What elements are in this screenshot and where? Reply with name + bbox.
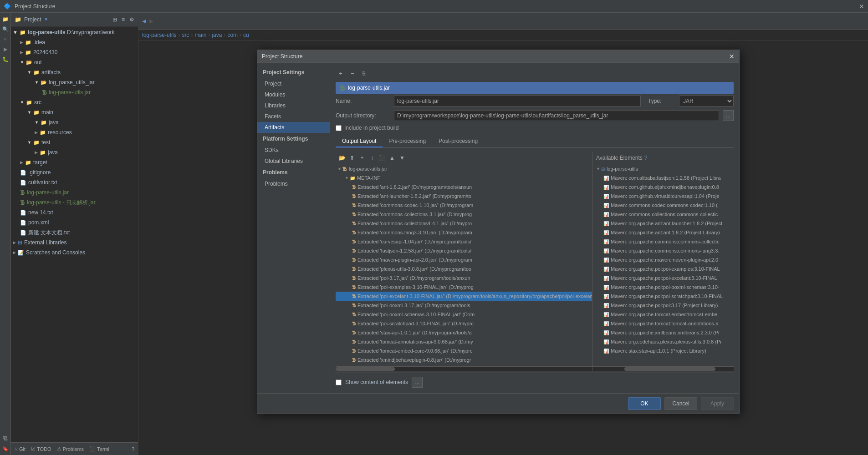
tab-output-layout[interactable]: Output Layout <box>336 136 383 147</box>
tree-item-new14[interactable]: 📄 new 14.txt <box>11 207 138 217</box>
art-item-plexus-utils[interactable]: 🗜 Extracted 'plexus-utils-3.0.8.jar/' (D… <box>336 264 592 273</box>
available-help-icon[interactable]: ? <box>644 155 648 161</box>
side-icon-git[interactable]: ⑂ <box>1 35 10 44</box>
browse-btn[interactable]: … <box>723 110 734 121</box>
av-item-xmindjbehaveplugin[interactable]: 📊 Maven: com.github.eljah:xmindjbehavepl… <box>592 182 734 192</box>
tree-item-external-libraries[interactable]: ▶ ⊞ External Libraries <box>11 238 138 248</box>
tree-item-resources[interactable]: ▶ 📁 resources <box>11 127 138 137</box>
art-item-poi-excelant[interactable]: 🗜 Extracted 'poi-excelant-3.10-FINAL.jar… <box>336 292 592 301</box>
art-item-ant[interactable]: 🗜 Extracted 'ant-1.8.2.jar/' (D:/myprogr… <box>336 182 592 192</box>
tree-item-cultivator[interactable]: 📄 cultivator.txt <box>11 177 138 187</box>
tab-postprocessing[interactable]: Post-processing <box>432 136 484 147</box>
art-item-fastjson[interactable]: 🗜 Extracted 'fastjson-1.2.58.jar/' (D:/m… <box>336 246 592 255</box>
show-content-label[interactable]: Show content of elements <box>345 379 408 385</box>
nav-item-problems[interactable]: Problems <box>257 178 330 189</box>
nav-item-facets[interactable]: Facets <box>257 111 330 122</box>
todo-btn[interactable]: ☑ TODO <box>31 446 51 452</box>
tab-preprocessing[interactable]: Pre-processing <box>383 136 432 147</box>
remove-artifact-btn[interactable]: − <box>347 68 357 78</box>
art-item-poi-scratchpad[interactable]: 🗜 Extracted 'poi-scratchpad-3.10-FINAL.j… <box>336 319 592 328</box>
tree-item-test-java[interactable]: ▶ 📁 java <box>11 147 138 157</box>
include-build-checkbox[interactable] <box>336 125 342 131</box>
tree-item-pom[interactable]: 📄 pom.xml <box>11 217 138 228</box>
pane-add-btn[interactable]: + <box>357 153 367 162</box>
add-artifact-btn[interactable]: + <box>336 68 346 78</box>
output-dir-input[interactable] <box>394 110 719 121</box>
tree-item-20240430[interactable]: ▶ 📁 20240430 <box>11 47 138 57</box>
tree-item-test[interactable]: ▼ 📁 test <box>11 137 138 147</box>
art-item-commons-collections31[interactable]: 🗜 Extracted 'commons-collections-3.1.jar… <box>336 210 592 219</box>
forward-btn[interactable]: ▶ <box>149 18 153 24</box>
tree-item-jar2[interactable]: 🗜 log-parse-utils.jar <box>11 187 138 197</box>
tree-item-main[interactable]: ▼ 📁 main <box>11 107 138 117</box>
artifact-item[interactable]: 🗜 log-parse-utils.jar <box>336 82 734 94</box>
pane-up-btn[interactable]: ⬆ <box>347 153 357 162</box>
breadcrumb-java[interactable]: java <box>212 32 222 38</box>
side-icon-project[interactable]: 📁 <box>1 15 10 24</box>
art-item-poi-ooxml317[interactable]: 🗜 Extracted 'poi-ooxml-3.17.jar/' (D:/my… <box>336 301 592 310</box>
av-item-commons-lang3[interactable]: 📊 Maven: org.apache.commons:commons-lang… <box>592 246 734 255</box>
side-icon-debug[interactable]: 🐛 <box>1 55 10 64</box>
art-item-xmindjbehaveplugin[interactable]: 🗜 Extracted 'xmindjbehaveplugin-0.8.jar/… <box>336 355 592 364</box>
pane-expand-btn[interactable]: ⬛ <box>378 153 387 162</box>
name-input[interactable] <box>394 96 641 106</box>
tree-item-newtxt[interactable]: 📄 新建 文本文档.txt <box>11 228 138 238</box>
pane-sort-btn[interactable]: ↕ <box>368 153 377 162</box>
av-item-tomcat-annotations[interactable]: 📊 Maven: org.apache.tomcat:tomcat-annota… <box>592 319 734 328</box>
breadcrumb-cu[interactable]: cu <box>243 32 249 38</box>
breadcrumb-root[interactable]: log-parse-utils <box>142 32 176 38</box>
art-item-poi317[interactable]: 🗜 Extracted 'poi-3.17.jar/' (D:/myprogra… <box>336 273 592 283</box>
git-btn[interactable]: ⑂ Git <box>15 446 26 452</box>
terminal-btn[interactable]: ⬛ Termi <box>89 446 109 452</box>
breadcrumb-src[interactable]: src <box>182 32 189 38</box>
ok-button[interactable]: OK <box>628 397 661 410</box>
apply-button[interactable]: Apply <box>701 397 734 410</box>
pane-folder-btn[interactable]: 📂 <box>337 153 347 162</box>
show-content-browse-btn[interactable]: ... <box>412 377 423 388</box>
av-item-stax[interactable]: 📊 Maven: stax:stax-api:1.0.1 (Project Li… <box>592 346 734 355</box>
tree-item-gitignore[interactable]: 📄 .gitignore <box>11 167 138 177</box>
pane-move-up-btn[interactable]: ▲ <box>388 153 397 162</box>
av-item-poi-examples[interactable]: 📊 Maven: org.apache.poi:poi-examples:3.1… <box>592 264 734 273</box>
art-item-stax-api[interactable]: 🗜 Extracted 'stax-api-1.0.1.jar/' (D:/my… <box>336 328 592 337</box>
type-select[interactable]: JAR <box>679 96 734 106</box>
nav-item-sdks[interactable]: SDKs <box>257 145 330 156</box>
av-item-ant[interactable]: 📊 Maven: org.apache.ant:ant:1.8.2 (Proje… <box>592 228 734 237</box>
av-item-xmlbeans[interactable]: 📊 Maven: org.apache.xmlbeans:xmlbeans:2.… <box>592 328 734 337</box>
av-item-ant-launcher[interactable]: 📊 Maven: org.apache.ant:ant-launcher:1.8… <box>592 219 734 228</box>
art-item-jar-root[interactable]: ▼ 🗜 log-parse-utils.jar <box>336 164 592 173</box>
art-item-commons-codec[interactable]: 🗜 Extracted 'commons-codec-1.10.jar/' (D… <box>336 201 592 210</box>
tree-item-idea[interactable]: ▶ 📁 .idea <box>11 37 138 47</box>
art-item-commons-collections41[interactable]: 🗜 Extracted 'commons-collections4-4.1.ja… <box>336 219 592 228</box>
project-header-icon3[interactable]: ⚙ <box>129 16 134 23</box>
tree-item-out[interactable]: ▼ 📂 out <box>11 57 138 67</box>
problems-btn[interactable]: ⚠ Problems <box>57 446 84 452</box>
include-build-label[interactable]: Include in project build <box>344 125 398 131</box>
help-btn[interactable]: ? <box>132 446 134 452</box>
av-item-poi-scratchpad[interactable]: 📊 Maven: org.apache.poi:poi-scratchpad:3… <box>592 292 734 301</box>
av-item-fastjson[interactable]: 📊 Maven: com.alibaba:fastjson:1.2.58 (Pr… <box>592 173 734 182</box>
pane-move-down-btn[interactable]: ▼ <box>398 153 407 162</box>
art-item-tomcat-embed[interactable]: 🗜 Extracted 'tomcat-embed-core-9.0.68.ja… <box>336 346 592 355</box>
project-header-icon1[interactable]: ⊞ <box>112 16 117 23</box>
copy-artifact-btn[interactable]: ⎘ <box>359 68 369 78</box>
art-item-poi-examples[interactable]: 🗜 Extracted 'poi-examples-3.10-FINAL.jar… <box>336 283 592 292</box>
tree-item-log-parse-utils-jar-folder[interactable]: ▼ 📂 log_parse_utils_jar <box>11 77 138 87</box>
nav-item-modules[interactable]: Modules <box>257 89 330 100</box>
av-item-poi-excelant[interactable]: 📊 Maven: org.apache.poi:poi-excelant:3.1… <box>592 273 734 283</box>
side-icon-structure[interactable]: 🏗 <box>1 434 10 443</box>
art-item-poi-ooxml-schemas[interactable]: 🗜 Extracted 'poi-ooxml-schemas-3.10-FINA… <box>336 310 592 319</box>
nav-item-artifacts[interactable]: Artifacts <box>257 122 330 133</box>
tree-item-artifacts[interactable]: ▼ 📁 artifacts <box>11 67 138 77</box>
art-item-curvesapi[interactable]: 🗜 Extracted 'curvesapi-1.04.jar/' (D:/my… <box>336 237 592 246</box>
art-item-meta-inf[interactable]: ▼ 📁 META-INF <box>336 173 592 182</box>
av-item-poi-ooxml-schemas[interactable]: 📊 Maven: org.apache.poi:poi-ooxml-schema… <box>592 283 734 292</box>
window-close-btn[interactable]: ✕ <box>859 3 864 10</box>
av-item-plexus-utils[interactable]: 📊 Maven: org.codehaus.plexus:plexus-util… <box>592 337 734 346</box>
av-item-maven-plugin-api[interactable]: 📊 Maven: org.apache.maven:maven-plugin-a… <box>592 255 734 264</box>
av-item-tomcat-embed[interactable]: 📊 Maven: org.apache.tomcat.embed:tomcat-… <box>592 310 734 319</box>
tree-item-scratches[interactable]: ▶ 📝 Scratches and Consoles <box>11 248 138 258</box>
side-icon-bookmarks[interactable]: 🔖 <box>1 444 10 453</box>
nav-item-libraries[interactable]: Libraries <box>257 100 330 111</box>
tree-item-java[interactable]: ▼ 📁 java <box>11 117 138 127</box>
